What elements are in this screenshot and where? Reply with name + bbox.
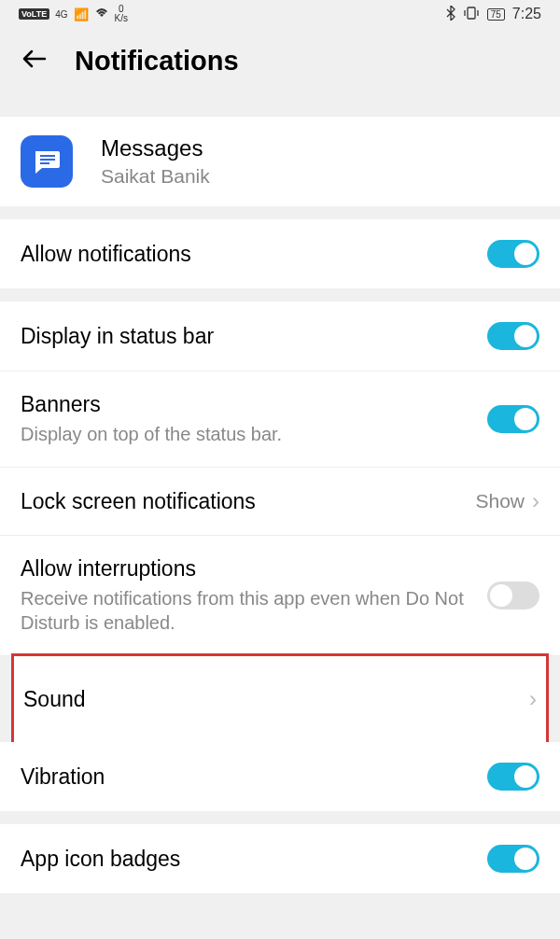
display-status-bar-toggle[interactable] [487,322,539,350]
time-indicator: 7:25 [512,6,541,22]
bluetooth-icon [446,6,455,23]
lock-screen-row[interactable]: Lock screen notifications Show › [0,468,560,536]
lock-screen-value: Show [475,490,525,512]
app-icon-badges-toggle[interactable] [487,845,539,873]
signal-icon: 📶 [74,7,89,21]
banners-sublabel: Display on top of the status bar. [21,422,487,446]
messages-app-icon [21,135,73,188]
sound-label: Sound [23,687,529,712]
allow-interruptions-label: Allow interruptions [21,556,487,582]
banners-toggle[interactable] [487,405,539,433]
app-info-section: Messages Saikat Banik [0,117,560,206]
display-status-bar-label: Display in status bar [21,324,487,349]
back-button[interactable] [21,45,49,77]
display-status-bar-row[interactable]: Display in status bar [0,301,560,371]
header: Notifications [0,28,560,93]
wifi-icon [94,7,109,21]
allow-notifications-label: Allow notifications [21,242,487,267]
chevron-right-icon: › [529,686,537,712]
banners-label: Banners [21,392,487,417]
lock-screen-label: Lock screen notifications [21,489,475,514]
vibrate-icon [463,7,480,22]
svg-rect-0 [468,7,475,19]
battery-indicator: 75 [487,8,505,21]
network-indicator: 4G [55,9,67,20]
chevron-right-icon: › [532,488,539,514]
app-name: Messages [101,135,210,161]
allow-interruptions-row[interactable]: Allow interruptions Receive notification… [0,536,560,656]
status-bar: VoLTE 4G 📶 0 K/s 75 7:25 [0,0,560,28]
speed-indicator: 0 K/s [115,5,128,23]
allow-interruptions-toggle[interactable] [487,582,539,610]
app-icon-badges-row[interactable]: App icon badges [0,824,560,893]
page-title: Notifications [75,46,239,77]
vibration-label: Vibration [21,764,487,790]
allow-interruptions-sublabel: Receive notifications from this app even… [21,586,487,635]
app-owner: Saikat Banik [101,165,210,188]
volte-indicator: VoLTE [19,8,49,20]
sound-row[interactable]: Sound › [14,656,546,742]
vibration-row[interactable]: Vibration [0,742,560,811]
sound-highlight: Sound › [11,653,549,745]
app-icon-badges-label: App icon badges [21,847,487,872]
banners-row[interactable]: Banners Display on top of the status bar… [0,371,560,468]
allow-notifications-row[interactable]: Allow notifications [0,219,560,288]
allow-notifications-toggle[interactable] [487,240,539,268]
vibration-toggle[interactable] [487,763,539,791]
